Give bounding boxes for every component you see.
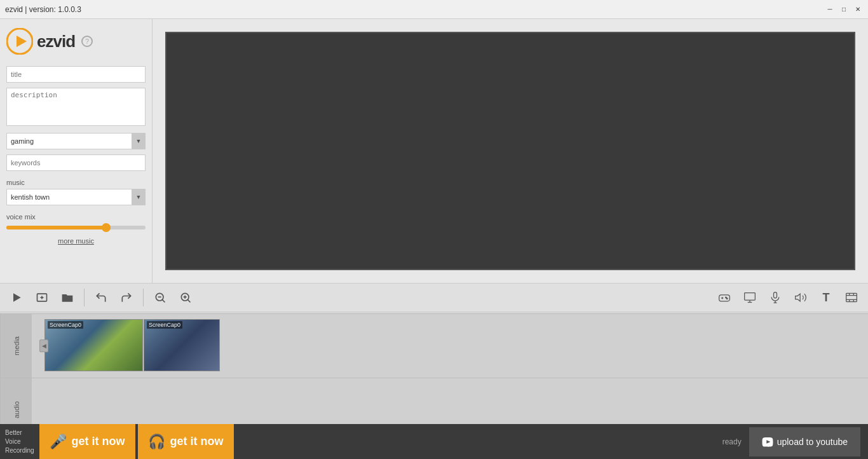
upload-btn-label: upload to youtube <box>777 437 848 447</box>
media-clip-2[interactable]: ScreenCap0 <box>144 319 220 371</box>
audio-track: audio <box>0 378 868 424</box>
more-music-link[interactable]: more music <box>6 237 146 245</box>
svg-point-17 <box>726 298 728 299</box>
film-button[interactable] <box>840 286 863 309</box>
screen-capture-button[interactable] <box>738 286 761 309</box>
description-field-container <box>6 88 146 128</box>
voice-mix-label: voice mix <box>6 213 146 221</box>
clip-1-label: ScreenCap0 <box>48 321 83 329</box>
keywords-input[interactable] <box>6 154 146 171</box>
title-bar-text: ezvid | version: 1.0.0.3 <box>5 5 81 14</box>
window-controls: ─ □ ✕ <box>825 4 863 15</box>
audio-track-content[interactable] <box>32 378 868 424</box>
ad-1-mic-icon: 🎤 <box>50 434 67 450</box>
ezvid-logo-icon <box>6 28 33 55</box>
voice-mix-slider-track[interactable] <box>6 226 146 230</box>
toolbar-right: T <box>713 286 863 309</box>
bottom-banner: BetterVoiceRecording 🎤 get it now 🎧 get … <box>0 424 868 459</box>
svg-rect-21 <box>774 292 777 298</box>
media-clip-1[interactable]: ScreenCap0 <box>44 319 143 371</box>
help-icon[interactable]: ? <box>81 36 93 47</box>
logo-area: ezvid ? <box>6 25 146 57</box>
timeline-container: 00:00 00:30 01:00 01:30 02:00 02:30 medi… <box>0 312 868 424</box>
ad-1-label: get it now <box>72 435 125 448</box>
toolbar-separator-2 <box>143 289 144 306</box>
svg-marker-2 <box>13 293 21 301</box>
video-preview <box>165 32 855 270</box>
ad-2-headphone-icon: 🎧 <box>148 434 165 450</box>
add-media-button[interactable] <box>31 286 53 309</box>
zoom-out-button[interactable] <box>149 286 172 309</box>
better-voice-label: BetterVoiceRecording <box>0 428 39 455</box>
music-label: music <box>6 179 146 186</box>
left-panel: ezvid ? gaming education entertainment p… <box>0 19 153 283</box>
maximize-button[interactable]: □ <box>839 4 849 15</box>
title-input[interactable] <box>6 66 146 83</box>
svg-rect-13 <box>719 295 730 301</box>
close-button[interactable]: ✕ <box>853 4 863 15</box>
media-track: media ◀ ScreenCap0 ScreenCap0 <box>0 314 868 378</box>
svg-point-16 <box>726 297 727 298</box>
ad-2-label: get it now <box>170 435 224 448</box>
redo-button[interactable] <box>115 286 138 309</box>
svg-marker-24 <box>796 294 801 301</box>
upload-to-youtube-button[interactable]: upload to youtube <box>749 427 860 456</box>
text-overlay-button[interactable]: T <box>815 286 837 309</box>
clip-2-label: ScreenCap0 <box>147 321 182 329</box>
open-folder-button[interactable] <box>56 286 79 309</box>
toolbar-separator-1 <box>84 289 85 306</box>
svg-rect-25 <box>846 293 857 301</box>
media-track-content[interactable]: ◀ ScreenCap0 ScreenCap0 <box>32 314 868 378</box>
svg-marker-1 <box>17 36 27 47</box>
keywords-field-container <box>6 154 146 171</box>
svg-line-12 <box>187 299 190 302</box>
media-track-label: media <box>0 314 32 378</box>
media-track-handle[interactable]: ◀ <box>39 339 48 352</box>
undo-button[interactable] <box>90 286 112 309</box>
audio-track-label: audio <box>0 378 32 424</box>
voice-mix-slider-thumb[interactable] <box>102 223 111 232</box>
voice-mix-slider-fill <box>6 226 111 230</box>
gamepad-button[interactable] <box>713 286 736 309</box>
music-select[interactable]: kentish town none ambient rock pop <box>6 189 146 205</box>
voice-mix-slider-container <box>6 223 146 230</box>
ad-button-2[interactable]: 🎧 get it now <box>138 424 234 459</box>
description-input[interactable] <box>6 88 146 126</box>
right-controls: ready upload to youtube <box>722 427 868 456</box>
category-select-wrapper: gaming education entertainment people & … <box>6 133 146 149</box>
ready-status: ready <box>722 437 742 446</box>
audio-button[interactable] <box>789 286 812 309</box>
left-ad-area: BetterVoiceRecording 🎤 get it now 🎧 get … <box>0 424 234 459</box>
svg-rect-18 <box>745 293 756 301</box>
music-select-wrapper: kentish town none ambient rock pop ▼ <box>6 189 146 205</box>
category-select[interactable]: gaming education entertainment people & … <box>6 133 146 149</box>
title-field-container <box>6 66 146 83</box>
play-button[interactable] <box>5 286 28 309</box>
minimize-button[interactable]: ─ <box>825 4 835 15</box>
microphone-button[interactable] <box>764 286 787 309</box>
ad-button-1[interactable]: 🎤 get it now <box>39 424 135 459</box>
main-container: ezvid ? gaming education entertainment p… <box>0 19 868 459</box>
top-section: ezvid ? gaming education entertainment p… <box>0 19 868 283</box>
zoom-in-button[interactable] <box>174 286 197 309</box>
toolbar: T <box>0 283 868 312</box>
svg-line-8 <box>162 299 165 302</box>
youtube-icon <box>762 436 773 448</box>
tracks-area: media ◀ ScreenCap0 ScreenCap0 <box>0 314 868 424</box>
app-logo-text: ezvid <box>37 32 75 51</box>
title-bar: ezvid | version: 1.0.0.3 ─ □ ✕ <box>0 0 868 19</box>
